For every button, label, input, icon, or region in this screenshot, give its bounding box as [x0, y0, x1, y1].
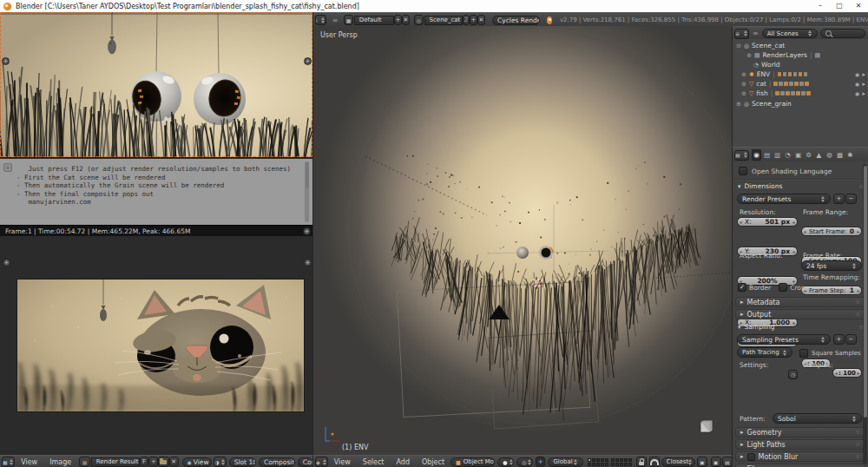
remove-preset-button[interactable]: −	[845, 334, 857, 345]
shading-dropdown[interactable]: ●	[497, 457, 514, 467]
display-channels-button[interactable]: ◑	[214, 457, 226, 467]
motion-blur-checkbox[interactable]	[747, 453, 755, 461]
region-handle[interactable]: +	[303, 227, 311, 235]
view-dropdown[interactable]: ◉View	[182, 457, 213, 467]
start-frame-field[interactable]: Start Frame:0	[801, 227, 862, 236]
image-datablock[interactable]: Render Result	[91, 457, 140, 467]
tab-modifiers[interactable]: ⚙	[804, 149, 813, 161]
restriction-icons[interactable]: ◉➤▣	[855, 81, 868, 87]
pattern-dropdown[interactable]: Sobol	[773, 413, 862, 424]
frame-step-field[interactable]: Frame Step:1	[801, 286, 862, 295]
expand-icon[interactable]: ⊕	[746, 52, 752, 59]
unlink-image-button[interactable]: ✕	[169, 457, 179, 467]
restriction-icons[interactable]: ◉➤▣	[855, 71, 868, 77]
render-presets-dropdown[interactable]: Render Presets	[737, 194, 831, 204]
browse-layout-button[interactable]: ▦	[344, 15, 353, 25]
manipulator-toggle[interactable]: +	[536, 457, 545, 467]
layer-toggle[interactable]	[624, 463, 628, 466]
add-preset-button[interactable]: +	[833, 334, 845, 345]
render-engine-dropdown[interactable]: Cycles Render	[492, 16, 540, 25]
menu-add[interactable]: Add	[390, 458, 416, 466]
image-editor-bottom[interactable]: + +	[0, 236, 312, 455]
crop-checkbox[interactable]	[779, 283, 787, 292]
maximize-button[interactable]: □	[830, 0, 849, 12]
text-scrollbar[interactable]	[305, 161, 309, 222]
menu-select[interactable]: Select	[357, 458, 391, 466]
layer-toggle[interactable]	[624, 458, 628, 462]
light-paths-panel-header[interactable]: ▸Light Paths≡	[735, 439, 865, 450]
film-panel-header[interactable]: ▸Film≡	[735, 464, 865, 467]
square-samples-row[interactable]: Square Samples	[799, 349, 861, 358]
editor-type-button[interactable]: ▤	[734, 150, 749, 161]
editor-type-button[interactable]: ▦	[2, 457, 15, 467]
tab-object[interactable]: ▣	[793, 149, 803, 161]
properties-scrollbar[interactable]	[863, 164, 867, 464]
pass-dropdown[interactable]: Composite	[259, 457, 295, 467]
scene-field[interactable]: Scene_cat	[424, 16, 464, 25]
layer-toggle[interactable]	[592, 458, 595, 462]
resolution-x-field[interactable]: X:501 px	[737, 217, 798, 227]
region-handle[interactable]: +	[2, 57, 10, 65]
pivot-dropdown[interactable]: ◎	[516, 457, 533, 467]
region-handle[interactable]: +	[304, 259, 312, 266]
layer-toggle[interactable]	[601, 458, 604, 462]
sampling-panel-header[interactable]: ▾ Sampling ≡	[738, 323, 864, 331]
layer-toggle[interactable]	[620, 463, 623, 466]
integrator-dropdown[interactable]: Path Tracing	[737, 347, 792, 358]
display-mode-dropdown[interactable]: All Scenes	[762, 29, 818, 38]
add-scene-button[interactable]: +	[470, 15, 477, 25]
layer-toggle[interactable]	[588, 463, 591, 466]
outliner-row-fish[interactable]: ⊕ ▽ fish | ◉➤▣	[733, 89, 868, 98]
restriction-icons[interactable]: ◉➤▣	[855, 90, 868, 96]
tab-material[interactable]: ◍	[825, 149, 834, 161]
text-editor[interactable]: + Just press F12 (or adjust render resol…	[0, 158, 312, 226]
layers-grid-2[interactable]	[611, 458, 632, 466]
layer-toggle[interactable]	[615, 458, 619, 462]
snap-element-button[interactable]: ▣	[697, 457, 707, 467]
geometry-panel-header[interactable]: ▸Geometry≡	[735, 427, 865, 437]
expand-icon[interactable]: ⊕	[736, 101, 741, 108]
region-handle[interactable]: +	[304, 57, 312, 65]
border-row[interactable]: ✓ Border Crop	[738, 283, 806, 292]
tab-render-layers[interactable]: ▤	[762, 149, 772, 161]
minimize-button[interactable]: –	[811, 0, 830, 12]
layer-toggle[interactable]	[615, 463, 619, 466]
collapse-icon[interactable]: ⊖	[736, 43, 741, 49]
close-button[interactable]: ✕	[849, 0, 868, 12]
layer-toggle[interactable]	[605, 463, 608, 466]
snap-target-dropdown[interactable]: Closest	[661, 457, 695, 467]
tab-scene[interactable]: ▥	[773, 149, 782, 161]
render-still-button[interactable]: ▣	[711, 457, 721, 467]
browse-image-button[interactable]: ▦	[79, 457, 90, 467]
tab-object-data[interactable]: ▲	[814, 149, 824, 161]
outliner-tree[interactable]: ⊖ ◎ Scene_cat ⊕ ▤ RenderLayers |▤ ◔ Worl…	[732, 39, 868, 148]
fps-dropdown[interactable]: 24 fps	[801, 260, 862, 271]
layer-toggle[interactable]	[605, 458, 608, 462]
remove-preset-button[interactable]: −	[845, 194, 857, 204]
outliner-row-scene-cat[interactable]: ⊖ ◎ Scene_cat	[733, 41, 868, 50]
square-samples-checkbox[interactable]	[799, 349, 808, 358]
layer-toggle[interactable]	[611, 458, 615, 462]
layer-toggle[interactable]	[601, 463, 604, 466]
menu-collapsed-icon[interactable]: ≡	[326, 16, 345, 24]
browse-scene-button[interactable]: ◎	[414, 15, 424, 25]
expand-icon[interactable]: ⊕	[741, 90, 746, 97]
new-image-button[interactable]: +	[148, 457, 158, 467]
sampling-presets-dropdown[interactable]: Sampling Presets	[737, 334, 831, 345]
slot-dropdown[interactable]: Slot 1	[229, 457, 256, 467]
orientation-dropdown[interactable]: Global	[548, 457, 583, 467]
animate-seed-button[interactable]: ◷	[788, 370, 798, 379]
region-handle[interactable]: +	[3, 259, 10, 266]
layer-toggle[interactable]	[628, 463, 632, 466]
outliner-row-renderlayers[interactable]: ⊕ ▤ RenderLayers |▤	[733, 50, 868, 60]
editor-type-button[interactable]: ≡	[734, 29, 749, 39]
dimensions-panel-header[interactable]: ▾ Dimensions ≡	[738, 182, 864, 190]
tab-world[interactable]: ◔	[783, 149, 792, 161]
layer-toggle[interactable]	[596, 463, 600, 466]
outliner-row-env[interactable]: ⊕ ✱ ENV | ◉➤▣	[733, 69, 868, 79]
properties-panel[interactable]: Open Shading Language ▾ Dimensions ≡ Ren…	[732, 161, 868, 467]
delete-scene-button[interactable]: ✕	[477, 15, 485, 25]
output-panel-header[interactable]: ▸Output≡	[735, 309, 865, 319]
open-image-button[interactable]	[158, 457, 169, 467]
layer-toggle[interactable]	[588, 458, 591, 462]
